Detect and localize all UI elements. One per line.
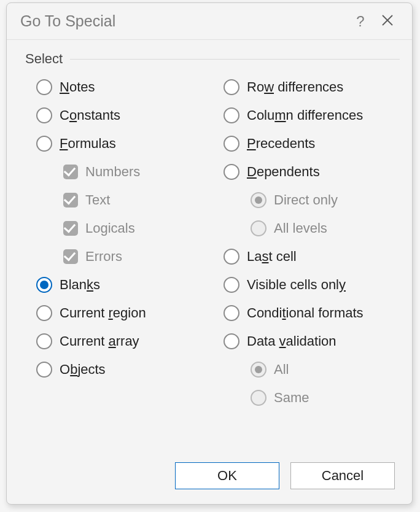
radio-label: Current array bbox=[60, 333, 139, 349]
radio-label: All bbox=[274, 362, 289, 378]
checkbox-label: Logicals bbox=[85, 220, 135, 236]
group-header: Select bbox=[25, 51, 400, 67]
radio-label: Same bbox=[274, 390, 309, 406]
radio-last-cell[interactable]: Last cell bbox=[212, 249, 400, 265]
radio-icon bbox=[251, 220, 266, 236]
radio-visible-cells-only[interactable]: Visible cells only bbox=[212, 277, 400, 293]
radio-icon bbox=[251, 192, 266, 208]
radio-label: Objects bbox=[60, 362, 106, 378]
checkbox-icon bbox=[63, 249, 78, 264]
radio-dependents[interactable]: Dependents bbox=[212, 164, 400, 180]
radio-label: Dependents bbox=[247, 164, 320, 180]
radio-icon bbox=[224, 164, 239, 180]
radio-label: Constants bbox=[60, 107, 120, 123]
checkbox-logicals: Logicals bbox=[25, 220, 212, 236]
radio-notes[interactable]: Notes bbox=[25, 79, 212, 95]
radio-objects[interactable]: Objects bbox=[25, 362, 212, 378]
radio-label: Visible cells only bbox=[247, 277, 346, 293]
radio-label: Blanks bbox=[60, 277, 100, 293]
radio-icon bbox=[36, 79, 52, 95]
radio-formulas[interactable]: Formulas bbox=[25, 136, 212, 152]
dialog-footer: OK Cancel bbox=[7, 462, 412, 504]
radio-same: Same bbox=[212, 390, 400, 406]
radio-direct-only: Direct only bbox=[212, 192, 400, 208]
checkbox-label: Text bbox=[85, 192, 110, 208]
radio-all: All bbox=[212, 362, 400, 378]
radio-current-array[interactable]: Current array bbox=[25, 333, 212, 349]
radio-label: Conditional formats bbox=[247, 305, 364, 321]
radio-label: Data validation bbox=[247, 333, 336, 349]
radio-constants[interactable]: Constants bbox=[25, 107, 212, 123]
radio-icon bbox=[224, 305, 239, 321]
checkbox-label: Errors bbox=[85, 249, 122, 265]
cancel-button[interactable]: Cancel bbox=[290, 462, 395, 489]
checkbox-text: Text bbox=[25, 192, 212, 208]
radio-all-levels: All levels bbox=[212, 220, 400, 236]
radio-icon bbox=[36, 277, 52, 293]
radio-icon bbox=[36, 362, 52, 378]
radio-icon bbox=[36, 136, 52, 152]
options-columns: Notes Constants Formulas Numbers Text bbox=[25, 79, 400, 406]
radio-label: Precedents bbox=[247, 136, 315, 152]
radio-column-differences[interactable]: Column differences bbox=[212, 107, 400, 123]
close-icon bbox=[381, 14, 394, 26]
radio-label: Direct only bbox=[274, 192, 338, 208]
radio-label: Last cell bbox=[247, 249, 297, 265]
ok-button[interactable]: OK bbox=[175, 462, 279, 489]
checkbox-icon bbox=[63, 221, 78, 236]
radio-current-region[interactable]: Current region bbox=[25, 305, 212, 321]
radio-label: All levels bbox=[274, 220, 327, 236]
radio-icon bbox=[224, 333, 239, 349]
radio-icon bbox=[224, 107, 239, 123]
radio-precedents[interactable]: Precedents bbox=[212, 136, 400, 152]
radio-conditional-formats[interactable]: Conditional formats bbox=[212, 305, 400, 321]
radio-icon bbox=[224, 249, 239, 265]
radio-icon bbox=[36, 107, 52, 123]
radio-icon bbox=[224, 79, 239, 95]
checkbox-icon bbox=[63, 165, 78, 179]
group-divider bbox=[70, 59, 400, 60]
dialog-title: Go To Special bbox=[20, 12, 347, 30]
titlebar: Go To Special ? bbox=[7, 3, 412, 40]
radio-blanks[interactable]: Blanks bbox=[25, 277, 212, 293]
radio-label: Current region bbox=[60, 305, 146, 321]
radio-icon bbox=[36, 333, 52, 349]
radio-label: Column differences bbox=[247, 107, 363, 123]
checkbox-icon bbox=[63, 193, 78, 208]
group-label: Select bbox=[25, 51, 63, 67]
checkbox-label: Numbers bbox=[85, 164, 140, 180]
goto-special-dialog: Go To Special ? Select Notes Co bbox=[6, 2, 413, 505]
radio-data-validation[interactable]: Data validation bbox=[212, 333, 400, 349]
right-column: Row differences Column differences Prece… bbox=[212, 79, 400, 406]
close-button[interactable] bbox=[374, 14, 401, 29]
radio-row-differences[interactable]: Row differences bbox=[212, 79, 400, 95]
radio-icon bbox=[224, 136, 239, 152]
radio-icon bbox=[36, 305, 52, 321]
checkbox-errors: Errors bbox=[25, 249, 212, 265]
radio-icon bbox=[251, 390, 266, 406]
dialog-body: Select Notes Constants Formulas bbox=[7, 40, 412, 462]
radio-label: Row differences bbox=[247, 79, 343, 95]
radio-label: Notes bbox=[60, 79, 95, 95]
radio-label: Formulas bbox=[60, 136, 116, 152]
left-column: Notes Constants Formulas Numbers Text bbox=[25, 79, 212, 406]
radio-icon bbox=[251, 362, 266, 378]
radio-icon bbox=[224, 277, 239, 293]
checkbox-numbers: Numbers bbox=[25, 164, 212, 180]
help-button[interactable]: ? bbox=[347, 13, 374, 30]
